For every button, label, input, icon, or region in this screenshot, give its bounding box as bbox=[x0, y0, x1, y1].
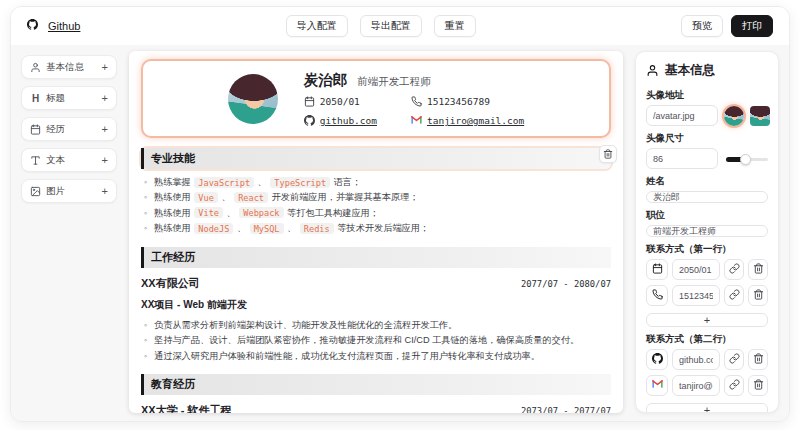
contact-phone-input[interactable] bbox=[672, 285, 720, 306]
action-buttons: 预览 打印 bbox=[681, 15, 773, 37]
work-section[interactable]: 工作经历 XX有限公司 2077/07 - 2080/07 XX项目 - Web… bbox=[141, 247, 611, 364]
contact-entry-github bbox=[646, 349, 768, 370]
contact-entry-date bbox=[646, 259, 768, 280]
contact-entry-email bbox=[646, 375, 768, 396]
contact-github[interactable]: github.com bbox=[304, 115, 377, 126]
app-page: Github 导入配置 导出配置 重置 预览 打印 基本信息 + bbox=[0, 0, 800, 430]
job-label: 职位 bbox=[646, 209, 768, 222]
trash-icon bbox=[753, 352, 764, 367]
link-button[interactable] bbox=[724, 349, 744, 370]
resume-job-title: 前端开发工程师 bbox=[357, 75, 431, 89]
sidebar-item-text[interactable]: 文本 + bbox=[21, 148, 117, 172]
work-bullet: 负责从需求分析到前端架构设计、功能开发及性能优化的全流程开发工作。 bbox=[141, 318, 611, 333]
top-toolbar: Github 导入配置 导出配置 重置 预览 打印 bbox=[11, 7, 789, 45]
contact-email[interactable]: tanjiro@gmail.com bbox=[411, 115, 524, 126]
delete-button[interactable] bbox=[748, 375, 768, 396]
content-area: 基本信息 + H 标题 + 经历 + 文本 + bbox=[11, 45, 789, 421]
calendar-icon bbox=[652, 262, 663, 277]
panel-title: 基本信息 bbox=[646, 62, 768, 79]
icon-picker-button[interactable] bbox=[646, 259, 668, 280]
app-window: Github 导入配置 导出配置 重置 预览 打印 基本信息 + bbox=[10, 6, 790, 422]
avatar-thumb-square[interactable] bbox=[750, 106, 770, 126]
gmail-icon bbox=[411, 115, 422, 126]
user-icon bbox=[646, 64, 659, 77]
company-name: XX有限公司 bbox=[141, 276, 200, 291]
name-input[interactable] bbox=[646, 191, 768, 203]
resume-preview-area: 炭治郎 前端开发工程师 2050/01 151234567 bbox=[129, 51, 623, 413]
link-icon bbox=[729, 378, 740, 393]
add-icon: + bbox=[102, 185, 108, 197]
work-heading: 工作经历 bbox=[141, 247, 611, 268]
sidebar-item-image[interactable]: 图片 + bbox=[21, 179, 117, 203]
print-button[interactable]: 打印 bbox=[731, 15, 773, 37]
skills-list: 熟练掌握 JavaScript 、 TypeScript 语言； 熟练使用 Vu… bbox=[141, 175, 611, 237]
slider-knob[interactable] bbox=[740, 154, 751, 165]
user-icon bbox=[30, 62, 41, 73]
github-icon bbox=[652, 352, 663, 367]
skill-bullet: 熟练使用 NodeJS 、 MySQL 、 Redis 等技术开发后端应用； bbox=[141, 221, 611, 236]
sidebar-item-experience[interactable]: 经历 + bbox=[21, 117, 117, 141]
icon-picker-button[interactable] bbox=[646, 285, 668, 306]
link-button[interactable] bbox=[724, 259, 744, 280]
skill-bullet: 熟练使用 Vue 、 React 开发前端应用，并掌握其基本原理； bbox=[141, 190, 611, 205]
trash-icon bbox=[753, 378, 764, 393]
school-date: 2073/07 - 2077/07 bbox=[521, 406, 611, 413]
delete-button[interactable] bbox=[748, 285, 768, 306]
skills-heading: 专业技能 bbox=[141, 148, 611, 169]
github-icon bbox=[27, 19, 42, 34]
contact-date-input[interactable] bbox=[672, 259, 720, 280]
job-input[interactable] bbox=[646, 225, 768, 237]
add-contact-row1-button[interactable]: + bbox=[646, 313, 768, 327]
export-config-button[interactable]: 导出配置 bbox=[360, 15, 422, 37]
add-contact-row2-button[interactable]: + bbox=[646, 403, 768, 413]
trash-icon bbox=[753, 288, 764, 303]
contact-email-input[interactable] bbox=[672, 375, 720, 396]
add-icon: + bbox=[102, 123, 108, 135]
icon-picker-button[interactable] bbox=[646, 349, 668, 370]
avatar-thumb-circle[interactable] bbox=[724, 106, 744, 126]
phone-icon bbox=[652, 288, 663, 303]
skills-section[interactable]: 专业技能 熟练掌握 JavaScript 、 TypeScript 语言； 熟练… bbox=[141, 148, 611, 237]
github-icon bbox=[304, 115, 315, 126]
name-label: 姓名 bbox=[646, 175, 768, 188]
skill-bullet: 熟练掌握 JavaScript 、 TypeScript 语言； bbox=[141, 175, 611, 190]
delete-button[interactable] bbox=[748, 349, 768, 370]
calendar-icon bbox=[30, 124, 41, 135]
link-icon bbox=[729, 262, 740, 277]
avatar-size-label: 头像尺寸 bbox=[646, 132, 768, 145]
company-date: 2077/07 - 2080/07 bbox=[521, 279, 611, 289]
avatar-size-slider[interactable] bbox=[726, 154, 768, 164]
link-icon bbox=[729, 352, 740, 367]
reset-button[interactable]: 重置 bbox=[434, 15, 476, 37]
delete-section-button[interactable] bbox=[599, 145, 617, 163]
contact-row2-label: 联系方式（第二行） bbox=[646, 333, 768, 346]
image-icon bbox=[30, 186, 41, 197]
avatar-url-input[interactable] bbox=[646, 105, 718, 126]
preview-button[interactable]: 预览 bbox=[681, 15, 723, 37]
import-config-button[interactable]: 导入配置 bbox=[286, 15, 348, 37]
add-icon: + bbox=[102, 154, 108, 166]
contact-github-input[interactable] bbox=[672, 349, 720, 370]
add-icon: + bbox=[102, 92, 108, 104]
trash-icon bbox=[603, 147, 613, 162]
gmail-icon bbox=[652, 378, 663, 393]
education-section[interactable]: 教育经历 XX大学 - 软件工程 2073/07 - 2077/07 bbox=[141, 374, 611, 413]
sidebar-item-heading[interactable]: H 标题 + bbox=[21, 86, 117, 110]
avatar-size-input[interactable] bbox=[646, 148, 718, 169]
link-button[interactable] bbox=[724, 285, 744, 306]
github-link[interactable]: Github bbox=[48, 20, 80, 32]
contact-grid: 2050/01 15123456789 github.com bbox=[304, 96, 524, 126]
trash-icon bbox=[753, 262, 764, 277]
link-button[interactable] bbox=[724, 375, 744, 396]
contact-date: 2050/01 bbox=[304, 96, 377, 107]
delete-button[interactable] bbox=[748, 259, 768, 280]
icon-picker-button[interactable] bbox=[646, 375, 668, 396]
resume-document: 炭治郎 前端开发工程师 2050/01 151234567 bbox=[129, 51, 623, 413]
component-sidebar: 基本信息 + H 标题 + 经历 + 文本 + bbox=[21, 51, 117, 413]
contact-phone: 15123456789 bbox=[411, 96, 524, 107]
text-icon bbox=[30, 155, 41, 166]
project-title: XX项目 - Web 前端开发 bbox=[141, 298, 611, 312]
sidebar-item-basic-info[interactable]: 基本信息 + bbox=[21, 55, 117, 79]
resume-basic-info-block[interactable]: 炭治郎 前端开发工程师 2050/01 151234567 bbox=[141, 59, 611, 138]
contact-row1-label: 联系方式（第一行） bbox=[646, 243, 768, 256]
